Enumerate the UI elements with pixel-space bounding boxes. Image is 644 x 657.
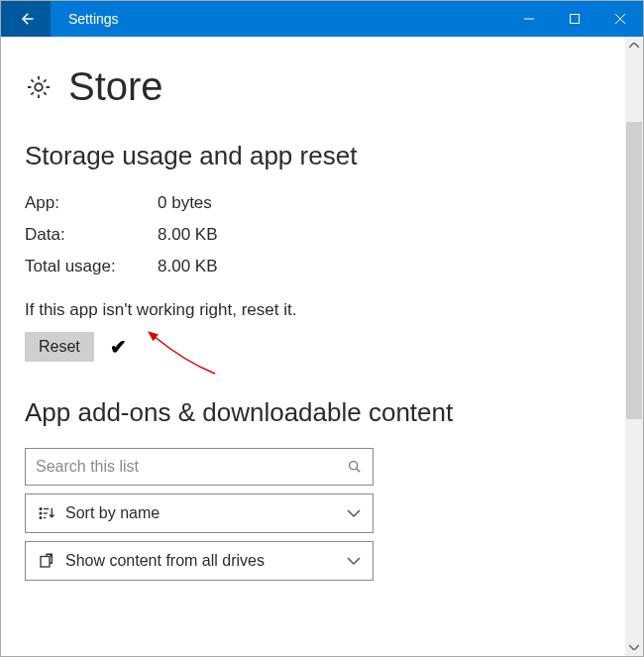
app-usage-row: App: 0 bytes bbox=[25, 193, 619, 213]
svg-point-9 bbox=[40, 512, 42, 514]
content-area: Store Storage usage and app reset App: 0… bbox=[1, 37, 643, 581]
svg-rect-1 bbox=[571, 15, 580, 24]
reset-hint: If this app isn't working right, reset i… bbox=[25, 300, 619, 320]
storage-heading: Storage usage and app reset bbox=[25, 141, 619, 171]
data-usage-value: 8.00 KB bbox=[158, 225, 218, 245]
page-title: Store bbox=[68, 64, 163, 109]
reset-button[interactable]: Reset bbox=[25, 332, 94, 362]
gear-icon bbox=[25, 73, 53, 101]
drive-icon bbox=[36, 552, 57, 570]
data-usage-row: Data: 8.00 KB bbox=[25, 225, 619, 245]
drives-dropdown-label: Show content from all drives bbox=[65, 552, 265, 570]
chevron-down-icon bbox=[347, 556, 361, 566]
total-usage-value: 8.00 KB bbox=[158, 257, 218, 276]
scroll-down-button[interactable] bbox=[625, 638, 643, 656]
back-button[interactable] bbox=[1, 1, 51, 37]
window-title: Settings bbox=[51, 11, 119, 27]
chevron-down-icon bbox=[347, 508, 361, 518]
page-header: Store bbox=[25, 64, 619, 109]
addons-heading: App add-ons & downloadable content bbox=[25, 397, 619, 428]
minimize-button[interactable] bbox=[506, 1, 552, 37]
svg-point-4 bbox=[35, 83, 42, 90]
total-usage-row: Total usage: 8.00 KB bbox=[25, 257, 619, 276]
search-icon bbox=[347, 459, 363, 475]
sort-dropdown-label: Sort by name bbox=[65, 504, 160, 522]
maximize-button[interactable] bbox=[552, 1, 597, 37]
svg-point-5 bbox=[350, 462, 358, 470]
drives-dropdown[interactable]: Show content from all drives bbox=[25, 541, 374, 581]
app-usage-label: App: bbox=[25, 193, 158, 213]
checkmark-icon: ✔ bbox=[110, 335, 127, 359]
sort-dropdown[interactable]: Sort by name bbox=[25, 493, 374, 533]
annotation-arrow bbox=[146, 326, 225, 385]
svg-point-7 bbox=[40, 508, 42, 510]
app-usage-value: 0 bytes bbox=[158, 193, 212, 213]
data-usage-label: Data: bbox=[25, 225, 158, 245]
close-button[interactable] bbox=[597, 1, 643, 37]
total-usage-label: Total usage: bbox=[25, 257, 158, 276]
addons-search-box[interactable] bbox=[25, 448, 374, 486]
titlebar: Settings bbox=[1, 1, 643, 37]
svg-point-11 bbox=[40, 517, 42, 519]
close-icon bbox=[614, 13, 626, 25]
chevron-down-icon bbox=[629, 644, 639, 650]
maximize-icon bbox=[569, 13, 581, 25]
sort-icon bbox=[36, 504, 57, 522]
back-arrow-icon bbox=[17, 10, 35, 28]
svg-rect-13 bbox=[41, 557, 50, 568]
minimize-icon bbox=[523, 13, 535, 25]
reset-row: Reset ✔ bbox=[25, 332, 619, 362]
svg-line-6 bbox=[357, 469, 361, 473]
addons-search-input[interactable] bbox=[36, 458, 347, 476]
